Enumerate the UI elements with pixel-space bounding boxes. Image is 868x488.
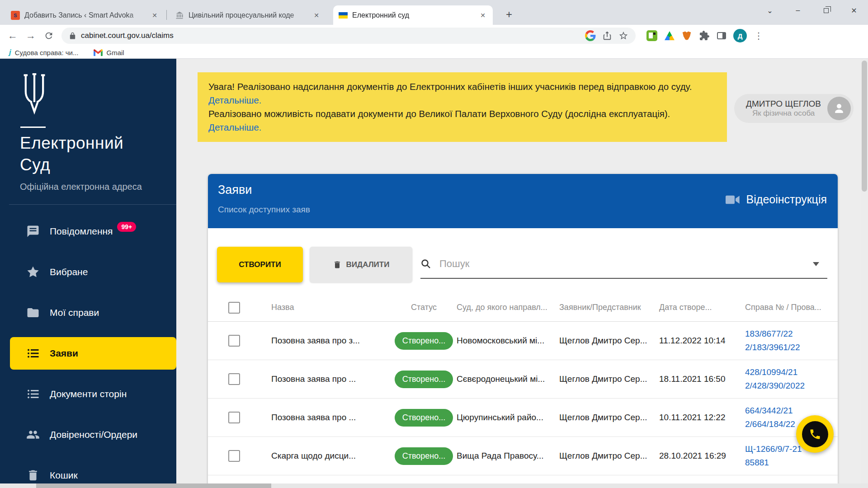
- side-panel-icon[interactable]: [717, 32, 726, 39]
- tab-close-icon[interactable]: ✕: [312, 11, 321, 20]
- bookmark-star-icon[interactable]: [618, 31, 628, 41]
- row-checkbox[interactable]: [228, 450, 240, 462]
- applicant-name: Щеглов Дмитро Сер...: [559, 451, 659, 461]
- court-name: Новомосковський мі...: [457, 336, 559, 346]
- tab-search-button[interactable]: ⌄: [756, 0, 784, 21]
- case-number-link[interactable]: 183/8677/22: [745, 329, 838, 339]
- sidebar-item-powers-of-attorney[interactable]: Довіреності/Ордери: [0, 414, 176, 455]
- status-badge: Створено...: [395, 409, 453, 427]
- browser-tab-strip: S Добавить Запись ‹ Smart Advoka ✕ Цивіл…: [0, 0, 868, 25]
- table-row[interactable]: Позовна заява про з... Створено... Новом…: [208, 322, 838, 360]
- unread-count-badge: 99+: [117, 222, 136, 232]
- privat24-extension-icon[interactable]: [646, 30, 657, 41]
- bookmark-gmail[interactable]: Gmail: [94, 49, 124, 56]
- back-button[interactable]: ←: [4, 27, 22, 45]
- row-checkbox[interactable]: [228, 373, 240, 385]
- extensions-puzzle-icon[interactable]: [699, 30, 710, 41]
- reload-icon: [44, 31, 54, 41]
- list-icon: [26, 387, 40, 401]
- j-letter-icon: j: [9, 48, 11, 57]
- status-badge: Створено...: [395, 332, 453, 350]
- phone-call-fab[interactable]: [796, 415, 834, 453]
- folder-icon: [26, 306, 40, 319]
- applicant-name: Щеглов Дмитро Сер...: [559, 374, 659, 384]
- vertical-scrollbar-thumb[interactable]: [862, 61, 867, 192]
- reload-button[interactable]: [40, 27, 58, 45]
- horizontal-scrollbar-thumb[interactable]: [36, 483, 271, 488]
- notice-text: Реалізовано можливість подавати документ…: [208, 108, 670, 119]
- sidebar-item-label: Кошик: [50, 470, 78, 481]
- claim-name: Позовна заява про ...: [271, 413, 391, 422]
- bookmarks-bar: j Судова справа: чи... Gmail: [0, 47, 868, 59]
- search-input[interactable]: [439, 258, 813, 270]
- row-checkbox[interactable]: [228, 335, 240, 347]
- tab-title: Цивільний процесуальний коде: [189, 11, 308, 19]
- person-icon: [832, 102, 846, 115]
- claim-name: Позовна заява про ...: [271, 374, 391, 384]
- extensions-area: Д ⋮: [646, 29, 763, 42]
- vertical-scrollbar: [861, 59, 868, 488]
- proceeding-number-link[interactable]: 85881: [745, 458, 838, 468]
- proceeding-number-link[interactable]: 2/183/3961/22: [745, 343, 838, 352]
- trash-icon: [26, 469, 40, 482]
- sidebar-item-my-cases[interactable]: Мої справи: [0, 292, 176, 333]
- table-body: Позовна заява про з... Створено... Новом…: [208, 322, 838, 475]
- minimize-button[interactable]: –: [784, 0, 812, 21]
- tab-close-icon[interactable]: ✕: [150, 11, 159, 20]
- claim-name: Позовна заява про з...: [271, 336, 391, 346]
- tryzub-coat-of-arms-icon: [20, 73, 49, 117]
- user-profile-chip[interactable]: ДМИТРО ЩЕГЛОВ Як фізична особа: [734, 94, 854, 123]
- new-tab-button[interactable]: +: [501, 6, 517, 23]
- sidebar-item-party-documents[interactable]: Документи сторін: [0, 374, 176, 414]
- address-bar[interactable]: cabinet.court.gov.ua/claims: [61, 28, 636, 44]
- case-number-link[interactable]: 428/10994/21: [745, 367, 838, 377]
- user-role: Як фізична особа: [746, 109, 821, 118]
- proceeding-number-link[interactable]: 2/428/390/2022: [745, 381, 838, 391]
- video-instruction-label: Відеоінструкція: [746, 193, 827, 206]
- select-all-checkbox[interactable]: [228, 302, 240, 314]
- table-row[interactable]: Скарга щодо дисци... Створено... Вища Ра…: [208, 437, 838, 475]
- search-dropdown-caret[interactable]: [813, 262, 819, 266]
- court-name: Сєвєродонецький мі...: [457, 374, 559, 384]
- table-row[interactable]: Позовна заява про ... Створено... Сєвєро…: [208, 360, 838, 399]
- search-icon: [420, 258, 431, 269]
- browser-tab-active[interactable]: Електронний суд ✕: [333, 5, 493, 25]
- case-number-link[interactable]: 664/3442/21: [745, 406, 838, 416]
- delete-button[interactable]: ВИДАЛИТИ: [310, 247, 412, 282]
- created-date: 28.10.2021 16:29: [659, 451, 745, 461]
- forward-button[interactable]: →: [22, 27, 40, 45]
- sidebar-divider: [9, 204, 176, 205]
- browser-tab-1[interactable]: S Добавить Запись ‹ Smart Advoka ✕: [5, 5, 165, 25]
- bookmark-court-case[interactable]: j Судова справа: чи...: [9, 48, 78, 57]
- google-icon[interactable]: [585, 30, 596, 41]
- user-name: ДМИТРО ЩЕГЛОВ: [746, 99, 821, 109]
- sidebar-item-label: Вибране: [50, 267, 88, 277]
- google-drive-extension-icon[interactable]: [665, 31, 675, 40]
- share-icon[interactable]: [602, 31, 612, 41]
- close-window-button[interactable]: ✕: [840, 0, 868, 21]
- browser-menu-icon[interactable]: ⋮: [754, 30, 763, 41]
- row-checkbox[interactable]: [228, 412, 240, 423]
- browser-tab-2[interactable]: Цивільний процесуальний коде ✕: [170, 5, 326, 25]
- restore-button[interactable]: [812, 0, 840, 21]
- delete-button-label: ВИДАЛИТИ: [346, 260, 390, 269]
- table-row[interactable]: Позовна заява про ... Створено... Цюрупи…: [208, 399, 838, 437]
- metamask-extension-icon[interactable]: [682, 31, 692, 40]
- browser-toolbar: ← → cabinet.court.gov.ua/claims Д ⋮: [0, 25, 868, 47]
- videocam-icon: [726, 195, 740, 205]
- details-link[interactable]: Детальніше.: [208, 122, 261, 132]
- court-name: Вища Рада Правосу...: [457, 451, 559, 461]
- column-header-court: Суд, до якого направл...: [457, 303, 559, 312]
- tab-close-icon[interactable]: ✕: [478, 11, 487, 20]
- sidebar-item-label: Довіреності/Ордери: [50, 429, 137, 440]
- details-link[interactable]: Детальніше.: [208, 95, 261, 105]
- browser-profile-avatar[interactable]: Д: [733, 29, 747, 42]
- sidebar-item-favorites[interactable]: Вибране: [0, 252, 176, 292]
- create-button[interactable]: СТВОРИТИ: [217, 247, 303, 282]
- sidebar-item-claims[interactable]: Заяви: [10, 337, 176, 370]
- column-header-date: Дата створе...: [659, 303, 745, 312]
- tab-title: Добавить Запись ‹ Smart Advoka: [24, 11, 146, 19]
- video-instruction-link[interactable]: Відеоінструкція: [726, 193, 827, 206]
- sidebar-item-messages[interactable]: Повідомлення 99+: [0, 211, 176, 252]
- lock-icon: [69, 32, 76, 40]
